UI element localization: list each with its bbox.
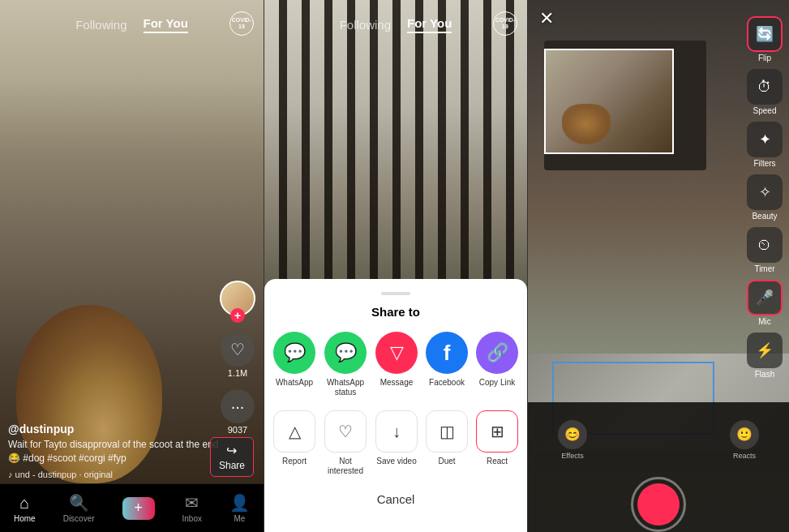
nav-home-1[interactable]: ⌂ Home [14, 494, 36, 523]
nav-me-1[interactable]: 👤 Me [229, 493, 250, 523]
viewfinder-content [546, 50, 672, 152]
share-whatsapp-status[interactable]: 💬 WhatsApp status [321, 332, 370, 397]
message-label: Message [380, 378, 414, 388]
react-label: React [487, 457, 508, 466]
for-you-tab-1[interactable]: For You [144, 16, 188, 33]
music-1[interactable]: ♪ und - dustinpup · original [8, 470, 219, 479]
speed-label: Speed [753, 106, 777, 115]
close-button[interactable]: ✕ [539, 8, 554, 28]
mic-tool[interactable]: 🎤 Mic [747, 280, 783, 326]
copy-link-icon: 🔗 [476, 332, 518, 374]
share-report[interactable]: △ Report [271, 410, 318, 476]
save-video-label: Save video [376, 457, 416, 466]
effects-row: 😊 Effects 🙂 Reacts [528, 402, 789, 474]
heart-icon-1: ♡ [221, 332, 255, 367]
timer-label: Timer [754, 264, 774, 273]
whatsapp-label: WhatsApp [276, 378, 313, 388]
reacts-label: Reacts [733, 452, 756, 460]
effects-button[interactable]: 😊 Effects [558, 420, 587, 460]
share-whatsapp[interactable]: 💬 WhatsApp [271, 332, 318, 397]
speed-tool[interactable]: ⏱ Speed [747, 69, 783, 115]
share-facebook[interactable]: f Facebook [423, 332, 470, 397]
save-video-icon: ↓ [375, 410, 418, 453]
share-message[interactable]: ▽ Message [373, 332, 420, 397]
covid-badge-1[interactable]: COVID-19 [229, 11, 254, 36]
filters-icon: ✦ [747, 122, 783, 157]
following-tab-1[interactable]: Following [75, 18, 126, 32]
filters-tool[interactable]: ✦ Filters [747, 122, 783, 168]
share-react[interactable]: ⊞ React [474, 410, 521, 476]
whatsapp-status-label: WhatsApp status [321, 378, 370, 397]
share-button-1[interactable]: ↪ Share [210, 437, 254, 477]
facebook-label: Facebook [429, 378, 465, 388]
share-row-1: 💬 WhatsApp 💬 WhatsApp status ▽ Message f… [264, 332, 527, 397]
nav-discover-1[interactable]: 🔍 Discover [63, 493, 95, 523]
effects-label: Effects [561, 452, 583, 460]
share-save-video[interactable]: ↓ Save video [373, 410, 420, 476]
not-interested-label: Not interested [321, 457, 370, 476]
camera-top-bar: ✕ [539, 8, 554, 29]
covid-badge-2[interactable]: COVID-19 [493, 11, 517, 36]
duet-icon: ◫ [426, 410, 468, 453]
beauty-icon: ✧ [747, 174, 783, 210]
effects-icon: 😊 [558, 420, 587, 449]
facebook-icon: f [426, 332, 468, 374]
duet-label: Duet [438, 457, 455, 466]
speed-icon: ⏱ [747, 69, 783, 105]
share-modal-title: Share to [264, 305, 527, 319]
reacts-button[interactable]: 🙂 Reacts [730, 420, 759, 460]
creator-avatar-1[interactable]: + [220, 281, 255, 316]
cancel-button[interactable]: Cancel [264, 486, 527, 513]
caption-1: Wait for Tayto disapproval of the scoot … [8, 438, 219, 466]
nav-inbox-1[interactable]: ✉ Inbox [182, 493, 202, 523]
me-label-1: Me [234, 514, 246, 523]
share-not-interested[interactable]: ♡ Not interested [321, 410, 370, 476]
inbox-icon-1: ✉ [185, 493, 199, 513]
record-button[interactable] [637, 483, 680, 526]
flip-icon: 🔄 [747, 16, 783, 52]
camera-tools: 🔄 Flip ⏱ Speed ✦ Filters ✧ Beauty ⏲ Time… [747, 16, 783, 379]
flip-label: Flip [758, 54, 771, 62]
camera-bottom-area: 😊 Effects 🙂 Reacts Videos [528, 402, 789, 532]
beauty-tool[interactable]: ✧ Beauty [747, 174, 783, 221]
timer-icon: ⏲ [747, 227, 783, 263]
username-1[interactable]: @dustinpup [8, 423, 219, 435]
record-row [528, 474, 789, 532]
viewfinder [544, 49, 674, 154]
message-icon: ▽ [375, 332, 418, 374]
share-modal: Share to 💬 WhatsApp 💬 WhatsApp status ▽ … [264, 279, 527, 532]
for-you-tab-2[interactable]: For You [407, 16, 452, 33]
share-copy-link[interactable]: 🔗 Copy Link [474, 332, 521, 397]
flip-tool[interactable]: 🔄 Flip [747, 16, 783, 62]
report-icon: △ [273, 410, 315, 453]
record-btn-spacer [631, 412, 686, 467]
like-count-1: 1.1M [228, 368, 247, 378]
inbox-label-1: Inbox [182, 514, 202, 523]
home-icon-1: ⌂ [19, 494, 29, 513]
side-actions-1: + ♡ 1.1M ··· 9037 [220, 281, 255, 435]
comment-count-1: 9037 [228, 425, 247, 435]
me-icon-1: 👤 [229, 493, 250, 513]
record-btn-outer [631, 477, 686, 532]
mic-icon: 🎤 [747, 280, 783, 315]
whatsapp-icon: 💬 [273, 332, 315, 374]
timer-tool[interactable]: ⏲ Timer [747, 227, 783, 273]
react-icon: ⊞ [476, 410, 518, 453]
share-duet[interactable]: ◫ Duet [423, 410, 470, 476]
not-interested-icon: ♡ [324, 410, 367, 453]
reacts-icon: 🙂 [730, 420, 759, 449]
video-info-1: @dustinpup Wait for Tayto disapproval of… [8, 423, 219, 479]
comment-icon-1: ··· [221, 389, 255, 423]
discover-icon-1: 🔍 [69, 493, 89, 513]
following-tab-2[interactable]: Following [340, 18, 391, 32]
create-button-1[interactable]: + [122, 497, 155, 520]
follow-button-1[interactable]: + [230, 308, 245, 323]
like-button-1[interactable]: ♡ 1.1M [221, 332, 255, 378]
flash-tool[interactable]: ⚡ Flash [747, 332, 783, 379]
bottom-navigation-1: ⌂ Home 🔍 Discover + ✉ Inbox 👤 Me [0, 483, 264, 532]
panel-video-feed-2: Following For You COVID-19 + ♡ 1.1M ··· … [264, 0, 527, 532]
flash-label: Flash [755, 370, 774, 379]
modal-handle [381, 292, 410, 295]
comment-button-1[interactable]: ··· 9037 [221, 389, 255, 435]
share-row-2: △ Report ♡ Not interested ↓ Save video ◫… [264, 410, 527, 476]
